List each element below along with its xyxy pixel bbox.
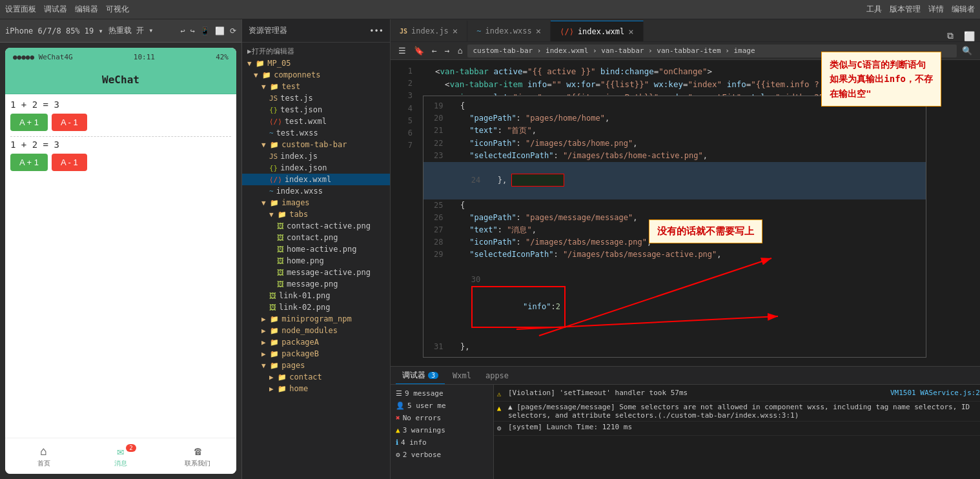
search-icon[interactable]: 🔍 — [959, 45, 975, 57]
filter-5user[interactable]: 👤 5 user me — [391, 400, 493, 412]
warning-text: ▲ [pages/message/message] Some selectors… — [508, 403, 980, 420]
file-link01[interactable]: 🖼 link-01.png — [242, 290, 390, 301]
redo-icon[interactable]: ↪ — [190, 26, 195, 36]
file-index-js[interactable]: JS index.js — [242, 150, 390, 162]
folder-componnets[interactable]: ▼ 📁 componnets — [242, 69, 390, 81]
tab-js-close[interactable]: × — [453, 26, 458, 36]
filter-9msg-label: 9 message — [405, 389, 444, 398]
folder-mp05[interactable]: ▼ 📁 MP_05 — [242, 57, 390, 69]
message-badge: 2 — [126, 444, 136, 452]
tab-index-wxml[interactable]: ⟨/⟩ index.wxml × — [551, 21, 643, 41]
console-tab-wxml[interactable]: Wxml — [446, 367, 478, 384]
file-message-active[interactable]: 🖼 message-active.png — [242, 267, 390, 278]
file-home-active[interactable]: 🖼 home-active.png — [242, 243, 390, 255]
opened-editors-section[interactable]: ▶ 打开的编辑器 — [242, 45, 390, 57]
folder-icon-pkb: ▶ 📁 — [261, 350, 279, 358]
folder-icon-mini: ▶ 📁 — [261, 315, 279, 323]
refresh-icon[interactable]: ⟳ — [230, 26, 236, 36]
topbar-editor[interactable]: 编辑器 — [75, 4, 98, 15]
file-explorer: 资源管理器 ••• ▶ 打开的编辑器 ▼ 📁 MP_05 ▼ 📁 componn… — [242, 19, 391, 479]
folder-icon-contact: ▶ 📁 — [269, 373, 287, 382]
console-system-msg: ⚙ [system] Launch Time: 1210 ms — [494, 422, 980, 436]
bookmark-icon[interactable]: 🔖 — [411, 45, 427, 57]
nav-home[interactable]: ⌂ 首页 — [5, 444, 82, 468]
filter-info[interactable]: ℹ 4 info — [391, 436, 493, 449]
user-icon: 👤 — [396, 402, 405, 410]
hot-reload[interactable]: 热重载 开 ▾ — [108, 25, 154, 36]
violation-text: [Violation] 'setTimeout' handler took 57… — [508, 389, 884, 397]
filter-verbose-label: 2 verbose — [403, 451, 442, 459]
filter-errors[interactable]: ✖ No errors — [391, 412, 493, 424]
phone-simulator: iPhone 6/7/8 85% 19 ▾ 热重载 开 ▾ ↩ ↪ 📱 ⬜ ⟳ … — [0, 19, 242, 479]
tab-index-wxss[interactable]: ~ index.wxss × — [467, 21, 551, 41]
folder-pages[interactable]: ▼ 📁 pages — [242, 360, 390, 371]
file-test-js[interactable]: JS test.js — [242, 92, 390, 104]
nav-contact[interactable]: ☎ 联系我们 — [159, 444, 236, 468]
file-message[interactable]: 🖼 message.png — [242, 278, 390, 290]
maximize-icon[interactable]: ⬜ — [959, 31, 980, 41]
filter-verbose[interactable]: ⚙ 2 verbose — [391, 449, 493, 461]
nav-message[interactable]: 2 ✉ 消息 — [82, 444, 159, 468]
folder-node-modules[interactable]: ▶ 📁 node_modules — [242, 325, 390, 336]
tab-wxml-close[interactable]: × — [628, 26, 633, 37]
filter-9msg-icon: ☰ — [396, 389, 402, 398]
file-contact-active[interactable]: 🖼 contact-active.png — [242, 220, 390, 232]
filter-9msg[interactable]: ☰ 9 message — [391, 387, 493, 400]
topbar-tools[interactable]: 工具 — [866, 4, 882, 15]
folder-icon-node: ▶ 📁 — [261, 327, 279, 335]
topbar-editor-label[interactable]: 编辑者 — [952, 4, 975, 15]
file-index-wxml[interactable]: ⟨/⟩ index.wxml — [242, 174, 390, 185]
folder-test[interactable]: ▼ 📁 test — [242, 81, 390, 92]
file-index-json[interactable]: {} index.json — [242, 162, 390, 174]
file-contact[interactable]: 🖼 contact.png — [242, 232, 390, 243]
violation-link[interactable]: VM1501 WAService.js:2 — [890, 389, 980, 397]
img-icon-h: 🖼 — [277, 257, 284, 265]
folder-custom-tab-bar[interactable]: ▼ 📁 custom-tab-bar — [242, 139, 390, 150]
console-violation: ⚠ [Violation] 'setTimeout' handler took … — [494, 387, 980, 402]
file-test-wxss[interactable]: ~ test.wxss — [242, 127, 390, 139]
menu-icon[interactable]: ☰ — [396, 45, 409, 57]
console-tab-debugger[interactable]: 调试器 3 — [396, 367, 445, 384]
split-editor-icon[interactable]: ⧉ — [942, 30, 959, 41]
console-tab-appse[interactable]: appse — [479, 367, 515, 384]
tab-js-label: index.js — [411, 26, 449, 36]
undo-icon[interactable]: ↩ — [181, 26, 185, 36]
folder-packageB[interactable]: ▶ 📁 packageB — [242, 348, 390, 360]
js-icon-test: JS — [269, 94, 278, 103]
topbar-visual[interactable]: 可视化 — [106, 4, 129, 15]
file-test-json[interactable]: {} test.json — [242, 104, 390, 116]
back-icon[interactable]: ← — [429, 45, 440, 57]
folder-packageA[interactable]: ▶ 📁 packageA — [242, 336, 390, 348]
topbar-debugger[interactable]: 调试器 — [44, 4, 67, 15]
file-link02[interactable]: 🖼 link-02.png — [242, 301, 390, 313]
folder-home[interactable]: ▶ 📁 home — [242, 383, 390, 394]
tablet-icon[interactable]: ⬜ — [215, 26, 225, 36]
tab-index-js[interactable]: JS index.js × — [391, 21, 467, 41]
wxss-icon-test: ~ — [269, 129, 274, 138]
file-home[interactable]: 🖼 home.png — [242, 255, 390, 267]
forward-icon[interactable]: → — [442, 45, 453, 57]
file-index-wxss[interactable]: ~ index.wxss — [242, 185, 390, 197]
a-plus-btn-2[interactable]: A + 1 — [10, 154, 48, 171]
folder-tabs[interactable]: ▼ 📁 tabs — [242, 209, 390, 220]
phone-icon[interactable]: 📱 — [200, 26, 210, 36]
json-line-29: 29 "selectedIconPath": "/images/tabs/mes… — [424, 249, 926, 261]
a-plus-btn-1[interactable]: A + 1 — [10, 114, 48, 131]
folder-images[interactable]: ▼ 📁 images — [242, 197, 390, 209]
bottom-nav: ⌂ 首页 2 ✉ 消息 ☎ 联系我们 — [5, 438, 236, 474]
folder-miniprogram[interactable]: ▶ 📁 miniprogram_npm — [242, 313, 390, 325]
topbar-settings[interactable]: 设置面板 — [5, 4, 36, 15]
topbar-detail[interactable]: 详情 — [928, 4, 944, 15]
a-minus-btn-1[interactable]: A - 1 — [52, 114, 87, 131]
tab-wxss-close[interactable]: × — [536, 26, 541, 36]
nav-message-label: 消息 — [114, 459, 127, 468]
explorer-more-icon[interactable]: ••• — [369, 26, 383, 36]
topbar-version[interactable]: 版本管理 — [890, 4, 921, 15]
filter-warnings[interactable]: ▲ 3 warnings — [391, 424, 493, 436]
a-minus-btn-2[interactable]: A - 1 — [52, 154, 87, 171]
console-body: ☰ 9 message 👤 5 user me ✖ No errors ▲ 3 … — [391, 385, 980, 479]
home-nav-icon[interactable]: ⌂ — [455, 45, 465, 57]
json-line-24: 24 }, — [424, 162, 926, 199]
file-test-wxml[interactable]: ⟨/⟩ test.wxml — [242, 116, 390, 127]
folder-contact[interactable]: ▶ 📁 contact — [242, 371, 390, 383]
